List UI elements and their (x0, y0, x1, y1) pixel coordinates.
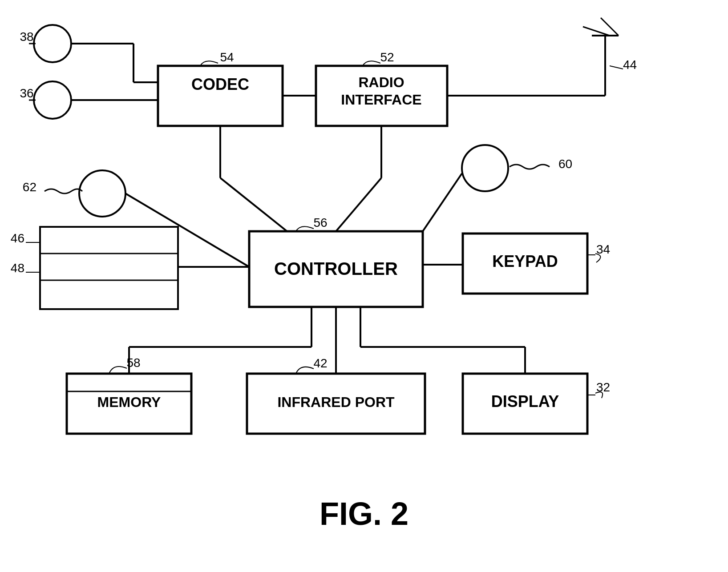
radio-label2: INTERFACE (341, 92, 421, 108)
sim-card-box (40, 227, 178, 309)
radio-label1: RADIO (358, 74, 404, 90)
component-36 (34, 81, 71, 119)
ref-44: 44 (623, 58, 637, 72)
codec-label: CODEC (191, 75, 249, 93)
component-62 (79, 170, 125, 217)
component-60 (462, 145, 508, 191)
ref-60: 60 (558, 157, 572, 171)
ref-38: 38 (20, 30, 33, 44)
component-38 (34, 25, 71, 62)
ref-56: 56 (313, 216, 327, 230)
keypad-label: KEYPAD (492, 252, 558, 270)
ref-42: 42 (313, 356, 327, 370)
ref-48: 48 (11, 261, 24, 275)
ref-62: 62 (23, 180, 36, 194)
figure-label: FIG. 2 (320, 496, 408, 532)
display-label: DISPLAY (491, 392, 559, 411)
ref-52: 52 (380, 50, 394, 64)
infrared-label: INFRARED PORT (277, 394, 395, 410)
ref-46: 46 (11, 231, 24, 245)
memory-label: MEMORY (97, 394, 161, 410)
ref-54: 54 (220, 50, 234, 64)
controller-label: CONTROLLER (274, 259, 398, 278)
ref-36: 36 (20, 86, 33, 100)
